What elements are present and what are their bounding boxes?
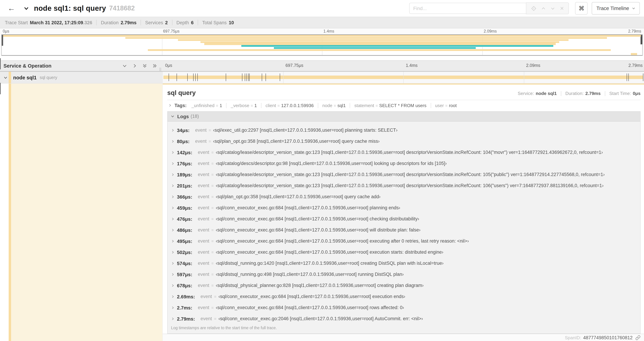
collapse-one-icon[interactable] xyxy=(122,63,127,68)
log-timestamp: 678μs: xyxy=(177,283,192,288)
log-row[interactable]: 201μs: event = ‹sql/catalog/lease/descri… xyxy=(168,180,640,191)
log-row[interactable]: 476μs: event = ‹sql/conn_executor_exec.g… xyxy=(168,213,640,224)
log-row[interactable]: 574μs: event = ‹sql/distsql_running.go:1… xyxy=(168,258,640,269)
log-row[interactable]: 366μs: event = ‹sql/plan_opt.go:358 [nsq… xyxy=(168,191,640,202)
tag-item: client = 127.0.0.1:59936 xyxy=(261,103,318,108)
log-timestamp: 189μs: xyxy=(177,172,192,177)
equals-sign: = xyxy=(208,128,211,132)
find-prev-chevron-up-icon[interactable] xyxy=(541,6,546,11)
log-marker xyxy=(248,74,248,81)
log-marker xyxy=(226,74,226,81)
log-timestamp: 574μs: xyxy=(177,260,192,266)
log-marker xyxy=(280,74,280,81)
log-expand-chevron-icon xyxy=(171,306,174,309)
stat-item: Total Spans 10 xyxy=(202,20,234,25)
meta-value: 2.79ms xyxy=(585,91,600,96)
expand-one-icon[interactable] xyxy=(132,63,137,68)
ruler-tick-label: 697.75μs xyxy=(286,63,303,68)
log-marker xyxy=(176,74,177,81)
log-marker xyxy=(262,74,262,81)
keyboard-shortcuts-button[interactable]: ⌘ xyxy=(575,2,588,15)
log-row[interactable]: 34μs: event = ‹sql/exec_util.go:2297 [ns… xyxy=(168,125,640,136)
logs-panel: Logs (18) 34μs: event = ‹sql/exec_util.g… xyxy=(167,111,640,333)
log-field-value: ‹sql/exec_util.go:2297 [nsql1,client=127… xyxy=(213,128,398,133)
collapse-trace-chevron-icon[interactable] xyxy=(24,6,29,11)
logs-count: (18) xyxy=(190,114,199,119)
find-clear-x-icon[interactable] xyxy=(560,6,564,11)
column-resizer[interactable] xyxy=(160,68,161,71)
log-expand-chevron-icon xyxy=(171,217,174,221)
log-timestamp: 2.7ms: xyxy=(177,305,192,310)
log-row[interactable]: 2.69ms: event = ‹sql/conn_executor_exec.… xyxy=(168,291,640,302)
timeline-header-ruler: 0μs697.75μs1.4ms2.09ms2.79ms xyxy=(163,61,644,71)
find-input[interactable] xyxy=(410,3,526,14)
detail-row-name-column xyxy=(0,84,163,341)
log-row[interactable]: 176μs: event = ‹sql/catalog/descs/descri… xyxy=(168,158,640,169)
log-field-value: ‹sql/conn_executor_exec.go:684 [nsql1,cl… xyxy=(216,227,420,232)
log-row[interactable]: 678μs: event = ‹sql/distsql_physical_pla… xyxy=(168,280,640,291)
log-row[interactable]: 80μs: event = ‹sql/plan_opt.go:358 [nsql… xyxy=(168,136,640,147)
tag-value: SELECT * FROM users xyxy=(379,103,426,108)
trace-id: 7418682 xyxy=(109,5,135,12)
divider xyxy=(172,20,172,25)
span-service-name: node sql1 xyxy=(13,75,36,80)
tags-label[interactable]: Tags: xyxy=(174,103,186,108)
equals-sign: = xyxy=(278,103,280,108)
stat-item: Depth 6 xyxy=(176,20,194,25)
expand-all-icon[interactable] xyxy=(152,63,157,68)
page-title: node sql1: sql query xyxy=(34,4,106,13)
log-field-value: ‹sql/conn_executor_exec.go:684 [nsql1,cl… xyxy=(218,294,405,299)
log-expand-chevron-icon xyxy=(171,206,174,209)
log-expand-chevron-icon xyxy=(171,239,174,243)
divider xyxy=(141,20,141,25)
log-row[interactable]: 495μs: event = ‹sql/conn_executor_exec.g… xyxy=(168,235,640,247)
span-color-bar xyxy=(9,84,11,341)
crosshair-icon[interactable] xyxy=(531,6,536,11)
equals-sign: = xyxy=(212,183,214,188)
tags-expand-chevron-icon[interactable] xyxy=(168,104,172,107)
tag-key: user xyxy=(435,103,444,108)
copy-link-icon[interactable] xyxy=(635,335,640,340)
tag-item: node = sql1 xyxy=(318,103,350,108)
span-id-bar: SpanID: 4877749850101760812 xyxy=(163,333,644,341)
log-row[interactable]: 2.79ms: event = ‹sql/conn_executor_exec.… xyxy=(168,313,640,324)
minimap-span-bar xyxy=(631,53,637,55)
log-row[interactable]: 142μs: event = ‹sql/catalog/lease/descri… xyxy=(168,147,640,158)
log-timestamp: 476μs: xyxy=(177,216,192,222)
log-expand-chevron-icon xyxy=(171,128,174,132)
log-timestamp: 459μs: xyxy=(177,205,192,210)
log-marker xyxy=(628,74,629,81)
back-button[interactable]: ← xyxy=(8,5,15,12)
stat-value: 2.79ms xyxy=(121,20,136,25)
equals-sign: = xyxy=(212,228,214,232)
log-timestamp: 2.69ms: xyxy=(177,294,195,299)
logs-header[interactable]: Logs (18) xyxy=(168,111,640,121)
log-row[interactable]: 459μs: event = ‹sql/conn_executor_exec.g… xyxy=(168,202,640,213)
span-detail-meta: Service: node sql1 Duration: 2.79ms Star… xyxy=(518,91,640,96)
span-collapse-chevron-icon[interactable] xyxy=(4,75,8,80)
grid-line xyxy=(283,72,284,83)
log-row[interactable]: 189μs: event = ‹sql/catalog/lease/descri… xyxy=(168,169,640,180)
ruler-tick-label: 1.4ms xyxy=(406,63,418,68)
tags-row: Tags: _unfinished = 1 _verbose = 1 clien… xyxy=(167,103,640,108)
tag-item: statement = SELECT * FROM users xyxy=(350,103,430,108)
log-expand-chevron-icon xyxy=(171,184,174,187)
log-marker xyxy=(187,74,188,81)
log-row[interactable]: 597μs: event = ‹sql/distsql_running.go:4… xyxy=(168,269,640,280)
log-row[interactable]: 502μs: event = ‹sql/conn_executor_exec.g… xyxy=(168,247,640,258)
log-row[interactable]: 2.7ms: event = ‹sql/conn_executor_exec.g… xyxy=(168,302,640,313)
find-next-chevron-down-icon[interactable] xyxy=(550,6,555,11)
log-marker xyxy=(197,74,198,81)
collapse-all-icon[interactable] xyxy=(142,63,147,68)
equals-sign: = xyxy=(212,172,214,177)
log-timestamp: 142μs: xyxy=(177,150,192,155)
minimap-canvas[interactable] xyxy=(2,34,642,56)
log-row[interactable]: 486μs: event = ‹sql/conn_executor_exec.g… xyxy=(168,224,640,235)
log-field-value: ‹sql/catalog/lease/descriptor_version_st… xyxy=(216,183,604,188)
log-field-key: event xyxy=(198,161,209,166)
ruler-tick-label: 697.75μs xyxy=(163,29,180,33)
span-row[interactable]: node sql1 sql query xyxy=(0,72,644,84)
log-expand-chevron-icon xyxy=(171,140,174,143)
trace-view-selector[interactable]: Trace Timeline xyxy=(592,2,640,15)
stat-label: Depth xyxy=(176,20,189,25)
